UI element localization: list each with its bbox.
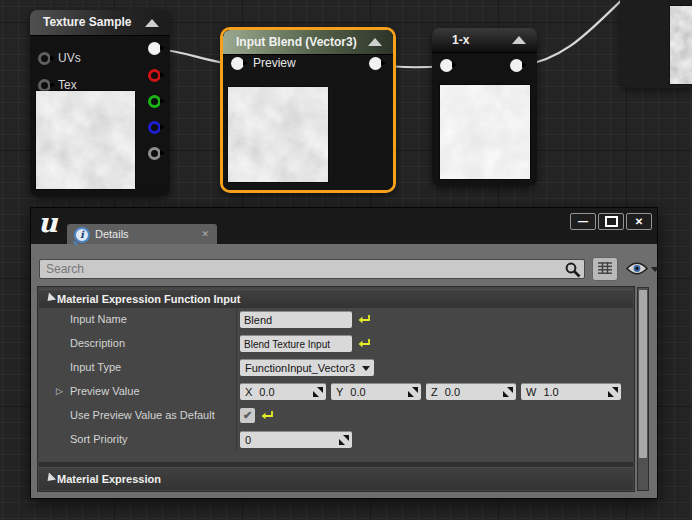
node-one-minus-x[interactable]: 1-x <box>432 28 537 186</box>
collapse-arrow-icon[interactable] <box>145 19 159 27</box>
pin-label: Preview <box>253 56 296 70</box>
property-label: Use Preview Value as Default <box>70 404 215 427</box>
details-window: u — ✕ i Details ✕ <box>30 207 658 499</box>
output-pin[interactable] <box>369 57 382 70</box>
category-expanded-icon <box>44 472 56 484</box>
category-material-expression-function-input[interactable]: Material Expression Function Input <box>39 289 633 308</box>
sort-priority-field[interactable]: 0 <box>240 431 352 448</box>
axis-label: Y <box>336 386 343 398</box>
display-filter-button[interactable] <box>592 257 618 281</box>
sort-priority-value: 0 <box>245 434 251 446</box>
row-sort-priority: Sort Priority 0 <box>39 428 633 453</box>
row-description: Description <box>39 332 633 357</box>
details-properties-panel: Material Expression Function Input Input… <box>37 286 635 492</box>
search-icon <box>565 262 581 278</box>
category-expanded-icon <box>44 292 56 304</box>
view-options-caret-icon[interactable] <box>651 267 659 272</box>
node-partial[interactable] <box>620 0 692 88</box>
minimize-button[interactable]: — <box>570 213 596 230</box>
node-input-blend[interactable]: Input Blend (Vector3) Preview <box>223 30 393 190</box>
input-type-value: FunctionInput_Vector3 <box>245 362 355 374</box>
details-info-icon: i <box>74 227 90 243</box>
axis-label: Z <box>431 386 438 398</box>
property-label: Preview Value <box>70 380 140 403</box>
dropdown-caret-icon <box>362 366 370 371</box>
input-name-value[interactable] <box>240 312 352 328</box>
node-header[interactable]: Texture Sample <box>30 10 170 36</box>
reset-to-default-icon[interactable] <box>261 410 274 422</box>
category-material-expression[interactable]: Material Expression <box>39 467 633 490</box>
node-header[interactable]: 1-x <box>432 28 537 53</box>
axis-value: 0.0 <box>445 386 460 398</box>
axis-label: X <box>245 386 252 398</box>
node-title: 1-x <box>452 28 469 53</box>
checkmark-icon: ✔ <box>243 409 252 421</box>
value-drag-icon[interactable] <box>608 387 618 397</box>
output-pin-blue[interactable] <box>148 121 161 134</box>
row-preview-value: ▷ Preview Value X0.0 Y0.0 Z0.0 W1.0 <box>39 380 633 405</box>
expander-icon[interactable]: ▷ <box>56 380 63 403</box>
value-drag-icon[interactable] <box>408 387 418 397</box>
input-type-dropdown[interactable]: FunctionInput_Vector3 <box>240 359 374 376</box>
node-texture-sample[interactable]: Texture Sample UVs Tex <box>30 10 170 196</box>
value-drag-icon[interactable] <box>313 387 323 397</box>
reset-to-default-icon[interactable] <box>358 314 371 326</box>
texture-preview <box>440 85 530 179</box>
use-preview-default-checkbox[interactable]: ✔ <box>240 408 255 423</box>
input-pin-preview[interactable] <box>231 57 244 70</box>
property-label: Input Name <box>70 308 127 331</box>
rows-filler <box>39 452 633 462</box>
value-drag-icon[interactable] <box>503 387 513 397</box>
output-pin-alpha[interactable] <box>148 147 161 160</box>
value-drag-icon[interactable] <box>339 435 349 445</box>
material-graph-canvas[interactable]: Texture Sample UVs Tex Input Blend (Vect… <box>0 0 692 520</box>
preview-value-y-field[interactable]: Y0.0 <box>331 383 421 400</box>
window-titlebar[interactable]: u — ✕ i Details ✕ <box>31 208 657 244</box>
collapse-arrow-icon[interactable] <box>368 38 382 46</box>
tab-close-icon[interactable]: ✕ <box>201 224 209 244</box>
output-pin-red[interactable] <box>148 69 161 82</box>
input-name-field[interactable] <box>240 311 352 328</box>
tab-label: Details <box>95 224 129 244</box>
unreal-logo-icon: u <box>38 207 58 238</box>
preview-value-z-field[interactable]: Z0.0 <box>426 383 516 400</box>
property-label: Input Type <box>70 356 121 379</box>
node-title: Input Blend (Vector3) <box>236 30 357 55</box>
description-value[interactable] <box>240 336 352 352</box>
category-title: Material Expression <box>57 468 161 490</box>
texture-preview <box>36 91 135 189</box>
preview-value-w-field[interactable]: W1.0 <box>521 383 621 400</box>
column-divider[interactable] <box>236 308 237 452</box>
row-use-preview-default: Use Preview Value as Default ✔ <box>39 404 633 429</box>
row-input-name: Input Name <box>39 308 633 333</box>
maximize-button[interactable] <box>598 213 624 230</box>
grid-icon <box>598 262 612 274</box>
axis-value: 0.0 <box>259 386 274 398</box>
view-options-eye-icon[interactable] <box>626 262 648 275</box>
pin-label: UVs <box>58 51 81 65</box>
property-label: Sort Priority <box>70 428 127 451</box>
axis-label: W <box>526 386 536 398</box>
preview-value-x-field[interactable]: X0.0 <box>240 383 326 400</box>
input-pin[interactable] <box>440 59 453 72</box>
node-title: Texture Sample <box>43 10 131 35</box>
collapse-arrow-icon[interactable] <box>512 36 526 44</box>
node-input-blend-selection-outline[interactable]: Input Blend (Vector3) Preview <box>220 27 396 193</box>
output-pin-green[interactable] <box>148 95 161 108</box>
scrollbar-thumb[interactable] <box>639 290 647 458</box>
details-scrollbar[interactable] <box>637 287 649 491</box>
row-input-type: Input Type FunctionInput_Vector3 <box>39 356 633 381</box>
close-button[interactable]: ✕ <box>626 213 652 230</box>
node-header[interactable]: Input Blend (Vector3) <box>223 30 393 55</box>
search-input[interactable] <box>39 259 585 279</box>
output-pin-rgb[interactable] <box>148 42 161 55</box>
reset-to-default-icon[interactable] <box>358 338 371 350</box>
category-title: Material Expression Function Input <box>57 290 240 308</box>
tab-details[interactable]: i Details ✕ <box>67 224 217 244</box>
pin-label: Tex <box>58 78 77 92</box>
input-pin-uvs[interactable] <box>38 52 51 65</box>
property-label: Description <box>70 332 125 355</box>
description-field[interactable] <box>240 335 352 352</box>
output-pin[interactable] <box>510 59 523 72</box>
texture-preview <box>670 6 692 84</box>
